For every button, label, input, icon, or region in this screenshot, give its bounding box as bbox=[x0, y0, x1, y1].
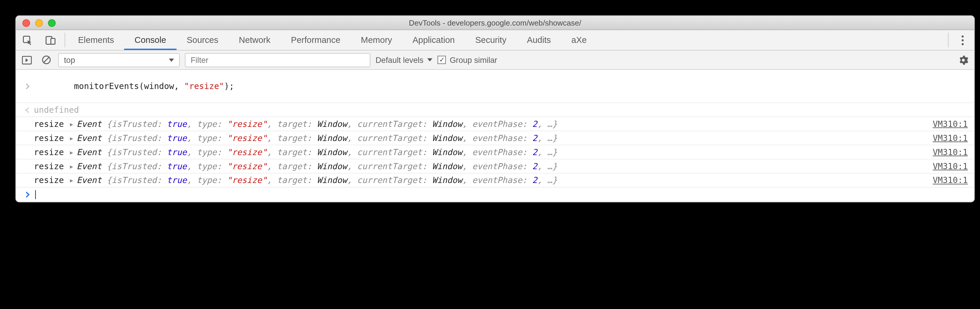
event-name: resize bbox=[34, 133, 64, 143]
console-log-row: resize ▸Event {isTrusted: true, type: "r… bbox=[16, 160, 974, 174]
console-toolbar: top Default levels ✓ Group similar bbox=[16, 51, 974, 70]
input-chevron-icon bbox=[21, 83, 34, 89]
svg-point-4 bbox=[961, 39, 964, 41]
svg-point-5 bbox=[961, 43, 964, 45]
execution-context-select[interactable]: top bbox=[58, 53, 180, 67]
tab-divider bbox=[65, 33, 65, 47]
console-log-row: resize ▸Event {isTrusted: true, type: "r… bbox=[16, 131, 974, 146]
event-name: resize bbox=[34, 147, 64, 157]
svg-rect-2 bbox=[51, 38, 55, 44]
tab-divider bbox=[948, 33, 948, 47]
tab-network[interactable]: Network bbox=[229, 30, 281, 50]
more-menu-icon[interactable] bbox=[951, 30, 974, 50]
code-token-string: "resize" bbox=[184, 82, 224, 91]
tab-application[interactable]: Application bbox=[402, 30, 465, 50]
device-toolbar-icon[interactable] bbox=[39, 30, 62, 50]
log-levels-select[interactable]: Default levels bbox=[375, 56, 433, 65]
tab-sources[interactable]: Sources bbox=[177, 30, 229, 50]
event-object-preview[interactable]: Event {isTrusted: true, type: "resize", … bbox=[76, 147, 557, 157]
event-name: resize bbox=[34, 175, 64, 185]
code-token: monitorEvents(window, bbox=[74, 82, 184, 91]
expand-object-icon[interactable]: ▸ bbox=[69, 161, 74, 171]
console-input-echo: monitorEvents(window, "resize"); bbox=[16, 70, 974, 103]
panel-tabstrip: ElementsConsoleSourcesNetworkPerformance… bbox=[16, 30, 974, 51]
svg-point-3 bbox=[961, 35, 964, 37]
prompt-chevron-icon bbox=[21, 192, 34, 198]
group-similar-checkbox[interactable]: ✓ Group similar bbox=[438, 56, 497, 65]
expand-object-icon[interactable]: ▸ bbox=[69, 119, 74, 129]
tab-axe[interactable]: aXe bbox=[561, 30, 597, 50]
clear-console-icon[interactable] bbox=[39, 53, 53, 67]
console-log-row: resize ▸Event {isTrusted: true, type: "r… bbox=[16, 146, 974, 160]
toggle-sidebar-icon[interactable] bbox=[20, 53, 34, 67]
tab-console[interactable]: Console bbox=[124, 30, 177, 50]
source-link[interactable]: VM310:1 bbox=[933, 133, 968, 143]
source-link[interactable]: VM310:1 bbox=[933, 119, 968, 129]
source-link[interactable]: VM310:1 bbox=[933, 147, 968, 157]
expand-object-icon[interactable]: ▸ bbox=[69, 175, 74, 185]
expand-object-icon[interactable]: ▸ bbox=[69, 133, 74, 143]
console-body: monitorEvents(window, "resize"); undefin… bbox=[16, 70, 974, 202]
console-log-row: resize ▸Event {isTrusted: true, type: "r… bbox=[16, 174, 974, 188]
text-cursor bbox=[35, 190, 36, 199]
tab-audits[interactable]: Audits bbox=[517, 30, 561, 50]
result-value: undefined bbox=[34, 105, 79, 115]
event-object-preview[interactable]: Event {isTrusted: true, type: "resize", … bbox=[76, 161, 557, 171]
event-name: resize bbox=[34, 119, 64, 129]
event-object-preview[interactable]: Event {isTrusted: true, type: "resize", … bbox=[76, 133, 557, 143]
console-log-row: resize ▸Event {isTrusted: true, type: "r… bbox=[16, 117, 974, 131]
svg-line-8 bbox=[43, 57, 49, 62]
tab-performance[interactable]: Performance bbox=[281, 30, 351, 50]
devtools-window: DevTools - developers.google.com/web/sho… bbox=[15, 15, 975, 202]
tab-security[interactable]: Security bbox=[465, 30, 517, 50]
source-link[interactable]: VM310:1 bbox=[933, 175, 968, 185]
titlebar: DevTools - developers.google.com/web/sho… bbox=[16, 16, 974, 30]
svg-point-9 bbox=[25, 109, 26, 110]
log-levels-label: Default levels bbox=[375, 56, 424, 65]
event-object-preview[interactable]: Event {isTrusted: true, type: "resize", … bbox=[76, 175, 557, 185]
execution-context-value: top bbox=[64, 56, 75, 65]
console-prompt-row[interactable] bbox=[16, 188, 974, 202]
checkbox-icon: ✓ bbox=[438, 56, 446, 64]
output-chevron-icon bbox=[21, 107, 34, 113]
inspect-element-icon[interactable] bbox=[16, 30, 39, 50]
event-name: resize bbox=[34, 161, 64, 171]
source-link[interactable]: VM310:1 bbox=[933, 161, 968, 171]
console-settings-icon[interactable] bbox=[956, 53, 970, 67]
expand-object-icon[interactable]: ▸ bbox=[69, 147, 74, 157]
tab-elements[interactable]: Elements bbox=[68, 30, 124, 50]
code-token: ); bbox=[224, 82, 234, 91]
event-object-preview[interactable]: Event {isTrusted: true, type: "resize", … bbox=[76, 119, 557, 129]
group-similar-label: Group similar bbox=[450, 56, 497, 65]
tab-memory[interactable]: Memory bbox=[351, 30, 402, 50]
window-title: DevTools - developers.google.com/web/sho… bbox=[16, 18, 974, 27]
console-result: undefined bbox=[16, 103, 974, 117]
filter-input[interactable] bbox=[185, 53, 370, 67]
